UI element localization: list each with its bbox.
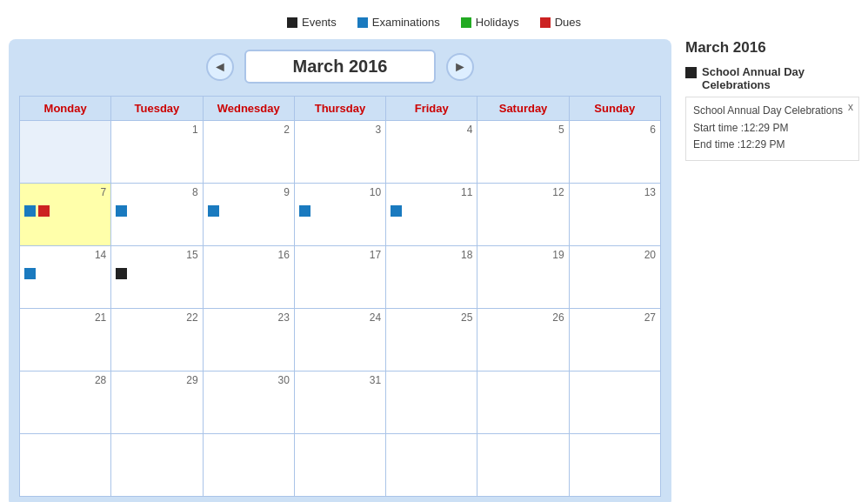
event-dot-black — [685, 67, 697, 78]
table-row — [569, 434, 660, 497]
event-dot[interactable] — [116, 205, 127, 217]
next-month-button[interactable]: ► — [446, 53, 474, 81]
table-row[interactable]: 4 — [386, 121, 477, 184]
event-dot[interactable] — [38, 205, 50, 217]
legend-label-examinations: Examinations — [372, 16, 440, 29]
legend-label-dues: Dues — [555, 16, 581, 29]
table-row[interactable]: 31 — [294, 371, 385, 434]
table-row[interactable]: 29 — [111, 371, 203, 434]
sidebar-event-name: School Annual Day Celebrations — [702, 65, 859, 91]
event-indicators — [116, 268, 197, 279]
legend-item-examinations: Examinations — [357, 16, 440, 29]
day-number: 28 — [95, 374, 106, 386]
sidebar: March 2016 School Annual Day Celebration… — [685, 39, 859, 502]
table-row[interactable]: 20 — [569, 246, 660, 309]
day-number: 2 — [284, 124, 290, 136]
table-row[interactable]: 16 — [203, 246, 294, 309]
table-row — [386, 434, 477, 497]
page-wrapper: EventsExaminationsHolidaysDues ◄ March 2… — [0, 0, 868, 502]
legend-item-holidays: Holidays — [461, 16, 519, 29]
day-number: 10 — [370, 186, 381, 198]
table-row[interactable]: 17 — [294, 246, 385, 309]
table-row — [386, 371, 477, 434]
table-row[interactable]: 18 — [386, 246, 477, 309]
day-number: 16 — [277, 249, 289, 261]
col-header-saturday: Saturday — [477, 97, 569, 121]
calendar-week-2: 78910111213 — [20, 184, 661, 246]
sidebar-detail-start: Start time :12:29 PM — [693, 120, 851, 137]
day-number: 29 — [186, 374, 197, 386]
col-header-sunday: Sunday — [569, 97, 660, 121]
day-number: 8 — [192, 186, 198, 198]
event-dot[interactable] — [299, 205, 310, 217]
day-number: 23 — [277, 311, 289, 324]
table-row[interactable]: 19 — [477, 246, 569, 309]
table-row[interactable]: 6 — [569, 121, 660, 184]
col-header-monday: Monday — [20, 97, 111, 121]
calendar-week-3: 14151617181920 — [20, 246, 661, 309]
col-header-tuesday: Tuesday — [111, 97, 203, 121]
event-dot[interactable] — [391, 205, 402, 217]
table-row[interactable]: 10 — [294, 184, 385, 246]
day-number: 13 — [644, 186, 656, 198]
event-indicators — [391, 205, 472, 217]
day-number: 3 — [375, 124, 381, 136]
legend-dot-holidays — [461, 17, 471, 28]
calendar-body: 1234567891011121314151617181920212223242… — [20, 121, 661, 497]
table-row[interactable]: 5 — [477, 121, 569, 184]
sidebar-detail-box: x School Annual Day Celebrations Start t… — [685, 97, 859, 161]
day-number: 31 — [370, 374, 381, 386]
close-detail-button[interactable]: x — [848, 101, 853, 113]
event-dot[interactable] — [24, 268, 36, 279]
sidebar-detail-name: School Annual Day Celebrations — [693, 104, 851, 117]
legend-item-events: Events — [287, 16, 337, 29]
day-number: 25 — [461, 311, 472, 324]
table-row[interactable]: 24 — [294, 309, 385, 371]
table-row[interactable]: 14 — [20, 246, 111, 309]
table-row[interactable]: 11 — [386, 184, 477, 246]
calendar-nav: ◄ March 2016 ► — [19, 50, 661, 84]
event-dot[interactable] — [116, 268, 127, 279]
table-row[interactable]: 2 — [203, 121, 294, 184]
table-row[interactable]: 8 — [111, 184, 203, 246]
table-row[interactable]: 12 — [477, 184, 569, 246]
table-row[interactable]: 1 — [111, 121, 203, 184]
table-row[interactable]: 9 — [203, 184, 294, 246]
day-number: 5 — [558, 124, 564, 136]
table-row[interactable]: 21 — [20, 309, 111, 371]
table-row[interactable]: 3 — [294, 121, 385, 184]
table-row[interactable]: 26 — [477, 309, 569, 371]
sidebar-title: March 2016 — [685, 39, 859, 57]
prev-month-button[interactable]: ◄ — [206, 53, 234, 81]
table-row[interactable]: 22 — [111, 309, 203, 371]
legend-dot-events — [287, 17, 297, 28]
event-indicators — [24, 205, 106, 217]
table-row[interactable]: 13 — [569, 184, 660, 246]
table-row[interactable]: 7 — [20, 184, 111, 246]
table-row — [569, 371, 660, 434]
legend-label-events: Events — [302, 16, 337, 29]
calendar-week-1: 123456 — [20, 121, 661, 184]
day-number: 27 — [644, 311, 656, 324]
table-row[interactable]: 28 — [20, 371, 111, 434]
table-row[interactable]: 15 — [111, 246, 203, 309]
day-number: 4 — [467, 124, 473, 136]
day-number: 20 — [644, 249, 656, 261]
table-row[interactable]: 23 — [203, 309, 294, 371]
sidebar-event-header: School Annual Day Celebrations — [685, 65, 859, 91]
table-row[interactable]: 25 — [386, 309, 477, 371]
table-row — [477, 434, 569, 497]
event-dot[interactable] — [208, 205, 219, 217]
table-row[interactable]: 27 — [569, 309, 660, 371]
col-header-friday: Friday — [386, 97, 477, 121]
table-row[interactable]: 30 — [203, 371, 294, 434]
event-dot[interactable] — [24, 205, 36, 217]
day-headers-row: MondayTuesdayWednesdayThursdayFridaySatu… — [20, 97, 661, 121]
table-row — [20, 434, 111, 497]
legend-dot-dues — [540, 17, 551, 28]
calendar-title: March 2016 — [244, 50, 436, 84]
col-header-wednesday: Wednesday — [203, 97, 294, 121]
calendar-area: ◄ March 2016 ► MondayTuesdayWednesdayThu… — [9, 39, 671, 502]
legend-item-dues: Dues — [540, 16, 581, 29]
day-number: 26 — [552, 311, 564, 324]
